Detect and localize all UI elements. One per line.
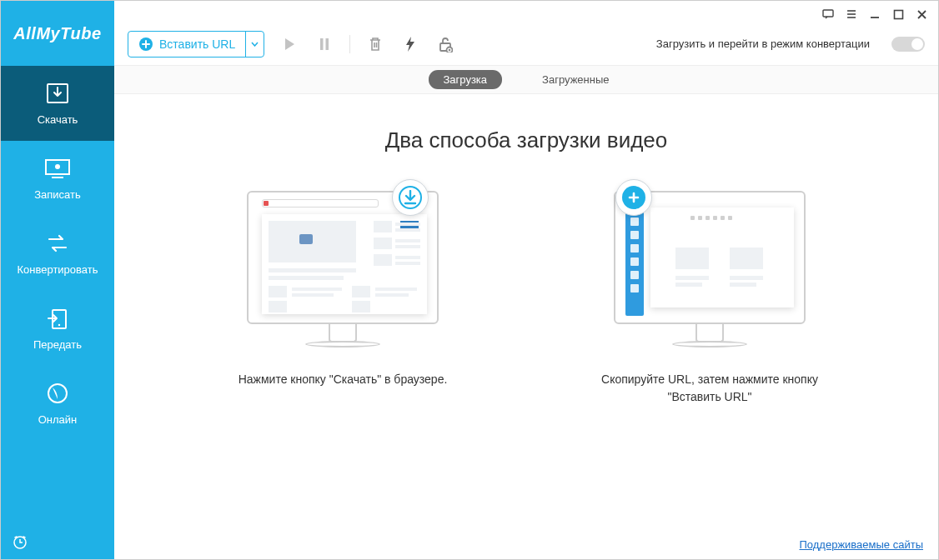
svg-rect-13: [894, 10, 902, 18]
close-icon[interactable]: [915, 8, 928, 21]
tab-downloading[interactable]: Загрузка: [429, 70, 503, 89]
method-paste-url: Скопируйте URL, затем нажмите кнопку "Вс…: [593, 191, 826, 406]
tab-strip: Загрузка Загруженные: [114, 66, 938, 94]
turbo-button[interactable]: [400, 34, 420, 54]
svg-point-21: [449, 48, 451, 51]
window-controls: [114, 1, 938, 22]
sidebar-item-download[interactable]: Скачать: [1, 66, 114, 141]
minimize-icon[interactable]: [868, 8, 881, 21]
tab-downloaded[interactable]: Загруженные: [527, 70, 624, 89]
toolbar: Вставить URL Загру: [114, 22, 938, 66]
unlock-button[interactable]: [435, 34, 455, 54]
menu-icon[interactable]: [845, 8, 858, 21]
supported-sites-link[interactable]: Поддерживаемые сайты: [799, 538, 923, 551]
sidebar-item-online[interactable]: Онлайн: [1, 366, 114, 441]
convert-mode-label: Загрузить и перейти в режим конвертации: [656, 38, 870, 50]
svg-point-3: [55, 164, 60, 169]
plus-circle-icon: [138, 37, 153, 52]
play-button[interactable]: [279, 34, 299, 54]
pause-button[interactable]: [314, 34, 334, 54]
download-badge-icon: [392, 179, 429, 216]
page-headline: Два способа загрузки видео: [385, 128, 668, 153]
sidebar-menu: Скачать Записать Конве: [1, 66, 114, 441]
svg-rect-17: [320, 38, 324, 50]
svg-rect-8: [823, 10, 833, 17]
method-caption: Скопируйте URL, затем нажмите кнопку "Вс…: [593, 371, 826, 406]
main-area: Вставить URL Загру: [114, 1, 938, 559]
paste-url-button[interactable]: Вставить URL: [128, 31, 264, 58]
convert-mode-toggle[interactable]: [891, 37, 925, 52]
sidebar-item-convert[interactable]: Конвертировать: [1, 216, 114, 291]
plus-badge-icon: [615, 179, 652, 216]
convert-icon: [43, 232, 72, 255]
transfer-icon: [43, 307, 72, 330]
record-icon: [43, 157, 72, 180]
download-icon: [43, 82, 72, 105]
svg-rect-18: [326, 38, 329, 50]
monitor-illustration: [614, 191, 806, 348]
content-area: Два способа загрузки видео: [114, 94, 938, 559]
app-logo: AllMyTube: [1, 1, 114, 66]
method-caption: Нажмите кнопку "Скачать" в браузере.: [239, 371, 448, 388]
method-browser: Нажмите кнопку "Скачать" в браузере.: [226, 191, 459, 406]
sidebar-item-record[interactable]: Записать: [1, 141, 114, 216]
chevron-down-icon: [251, 42, 259, 47]
sidebar-item-label: Онлайн: [38, 413, 78, 426]
monitor-illustration: [247, 191, 439, 348]
sidebar-item-label: Скачать: [38, 113, 78, 126]
paste-url-dropdown[interactable]: [245, 32, 264, 57]
sidebar-item-label: Записать: [34, 188, 81, 201]
sidebar-item-label: Передать: [33, 338, 82, 351]
globe-icon: [43, 382, 72, 405]
sidebar-item-label: Конвертировать: [17, 263, 98, 276]
sidebar-item-transfer[interactable]: Передать: [1, 291, 114, 366]
maximize-icon[interactable]: [891, 8, 905, 21]
trash-button[interactable]: [365, 34, 385, 54]
feedback-icon[interactable]: [821, 8, 835, 21]
paste-url-label: Вставить URL: [159, 38, 235, 51]
separator: [349, 35, 350, 53]
sidebar: AllMyTube Скачать: [1, 1, 114, 559]
svg-point-6: [48, 384, 67, 402]
scheduler-button[interactable]: [1, 526, 114, 559]
svg-point-5: [58, 323, 60, 325]
